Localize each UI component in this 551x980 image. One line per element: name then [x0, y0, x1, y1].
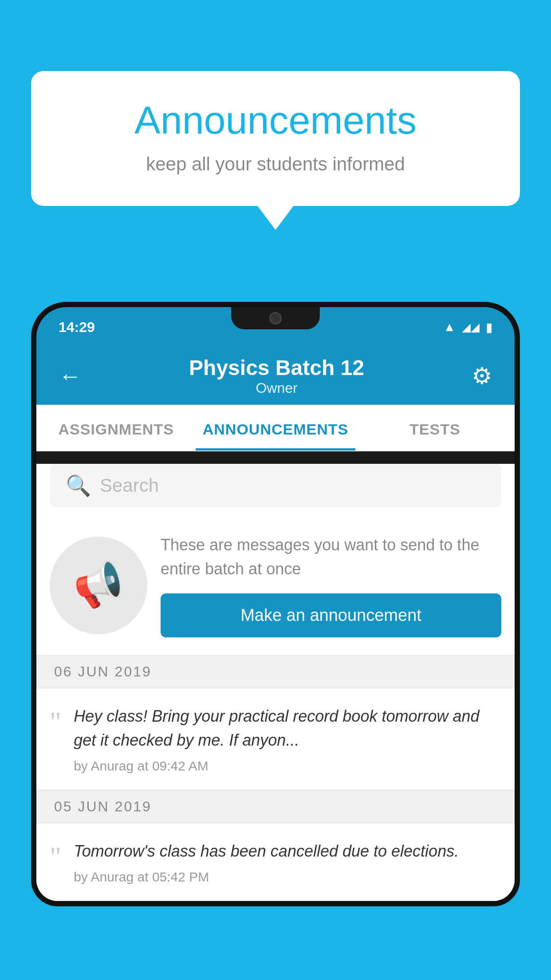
- tab-tests[interactable]: TESTS: [355, 405, 515, 450]
- speech-bubble-container: Announcements keep all your students inf…: [31, 71, 520, 206]
- status-time: 14:29: [59, 319, 95, 336]
- phone-frame: 14:29 ▲ ◢◢ ▮ ← Physics Batch 12 Owner ⚙ …: [31, 302, 520, 906]
- back-button[interactable]: ←: [59, 363, 82, 389]
- announcement-item-2: " Tomorrow's class has been cancelled du…: [36, 823, 515, 901]
- status-icons: ▲ ◢◢ ▮: [443, 320, 492, 335]
- announcement-text-1: Hey class! Bring your practical record b…: [74, 704, 501, 752]
- app-header: ← Physics Batch 12 Owner ⚙: [36, 347, 515, 405]
- phone-notch: [231, 307, 320, 329]
- battery-icon: ▮: [486, 320, 492, 335]
- promo-description: These are messages you want to send to t…: [161, 533, 501, 581]
- make-announcement-button[interactable]: Make an announcement: [161, 593, 501, 637]
- announcement-text-2: Tomorrow's class has been cancelled due …: [74, 839, 501, 863]
- tab-announcements[interactable]: ANNOUNCEMENTS: [196, 405, 355, 450]
- announcement-meta-2: by Anurag at 05:42 PM: [74, 869, 501, 885]
- settings-icon[interactable]: ⚙: [472, 363, 492, 389]
- header-subtitle: Owner: [189, 380, 364, 396]
- speech-bubble: Announcements keep all your students inf…: [31, 71, 520, 206]
- speech-bubble-subtitle: keep all your students informed: [67, 154, 484, 175]
- announcement-content-1: Hey class! Bring your practical record b…: [74, 704, 501, 774]
- date-separator-2: 05 JUN 2019: [36, 790, 515, 823]
- quote-icon-2: ": [50, 843, 61, 885]
- phone-container: 14:29 ▲ ◢◢ ▮ ← Physics Batch 12 Owner ⚙ …: [31, 302, 520, 980]
- announcement-meta-1: by Anurag at 09:42 AM: [74, 759, 501, 774]
- search-icon: 🔍: [66, 474, 91, 498]
- date-separator-1: 06 JUN 2019: [36, 655, 515, 688]
- tab-assignments[interactable]: ASSIGNMENTS: [36, 405, 196, 450]
- status-bar: 14:29 ▲ ◢◢ ▮: [36, 307, 515, 347]
- promo-content: These are messages you want to send to t…: [161, 533, 501, 637]
- promo-section: 📢 These are messages you want to send to…: [36, 520, 515, 655]
- signal-icon: ◢◢: [462, 320, 480, 334]
- content-area: 🔍 Search 📢 These are messages you want t…: [36, 464, 515, 901]
- camera: [269, 312, 282, 324]
- wifi-icon: ▲: [443, 320, 456, 334]
- header-title-group: Physics Batch 12 Owner: [189, 356, 364, 396]
- promo-icon-circle: 📢: [50, 537, 147, 634]
- tab-bar: ASSIGNMENTS ANNOUNCEMENTS TESTS: [36, 405, 515, 451]
- speech-bubble-title: Announcements: [67, 98, 484, 143]
- search-bar[interactable]: 🔍 Search: [50, 464, 501, 507]
- search-placeholder: Search: [100, 475, 159, 496]
- announcement-item-1: " Hey class! Bring your practical record…: [36, 688, 515, 790]
- header-title: Physics Batch 12: [189, 356, 364, 380]
- quote-icon-1: ": [50, 708, 61, 774]
- megaphone-icon: 📢: [68, 556, 128, 614]
- announcement-content-2: Tomorrow's class has been cancelled due …: [74, 839, 501, 885]
